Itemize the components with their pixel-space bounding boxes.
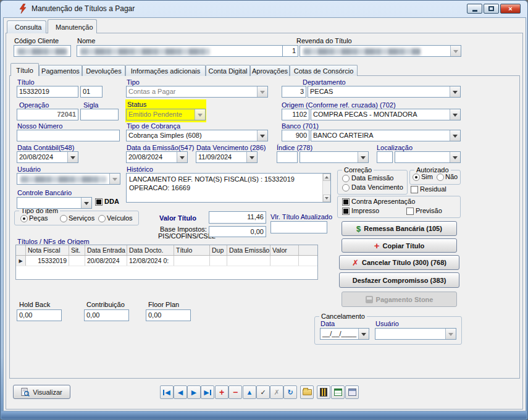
localizacao-combobox[interactable]	[395, 151, 461, 163]
sigla-label: Sigla	[83, 101, 98, 109]
origem-code-input[interactable]: 1102	[282, 109, 309, 120]
vlr-atualizado-input[interactable]	[270, 221, 327, 233]
report-button[interactable]	[317, 385, 330, 399]
check-icon: ✓	[260, 388, 266, 397]
chevron-down-icon[interactable]	[67, 152, 78, 162]
tipo-item-pecas-radio[interactable]	[20, 215, 28, 222]
edit-record-button[interactable]: ▲	[243, 385, 256, 399]
titulo-input[interactable]: 15332019	[17, 86, 78, 98]
nav-first-button[interactable]: ◀	[160, 385, 174, 399]
chevron-down-icon[interactable]	[81, 198, 91, 208]
nosso-numero-label: Nosso Número	[17, 122, 62, 130]
tab-pagamentos[interactable]: Pagamentos	[39, 65, 82, 76]
tipo-cobranca-combobox[interactable]: Cobrança Simples (608)	[126, 130, 268, 141]
desfazer-compromisso-button[interactable]: Desfazer Compromisso (383)	[339, 272, 459, 288]
tab-conta-digital[interactable]: Conta Digital	[206, 65, 250, 76]
contra-apresentacao-label: Contra Apresentação	[351, 198, 415, 205]
cancel-record-button[interactable]: ✗	[270, 385, 283, 399]
controle-bancario-combobox[interactable]	[17, 197, 92, 209]
tab-devolucoes[interactable]: Devoluções	[82, 65, 125, 76]
chevron-down-icon[interactable]	[450, 46, 461, 56]
tab-cotas-consorcio[interactable]: Cotas de Consórcio	[290, 65, 358, 76]
nav-next-button[interactable]: ▶	[187, 385, 201, 399]
grid-data-row[interactable]: ▶ 15332019 20/08/2024 12/08/2024 0:	[16, 256, 317, 266]
export-button[interactable]	[331, 385, 345, 399]
nav-last-button[interactable]: ▶	[201, 385, 214, 399]
correcao-data-vencimento-radio[interactable]	[342, 184, 350, 191]
tab-aprovacoes[interactable]: Aprovações	[250, 65, 290, 76]
chevron-down-icon[interactable]	[358, 329, 369, 339]
impresso-checkbox[interactable]	[342, 208, 350, 215]
nome-label: Nome	[77, 37, 95, 44]
contribuicao-input[interactable]: 0,00	[84, 309, 129, 321]
correcao-data-emissao-radio[interactable]	[342, 175, 350, 182]
insert-record-button[interactable]: +	[215, 385, 228, 399]
data-vencimento-picker[interactable]: 11/09/2024	[196, 151, 258, 163]
delete-record-button[interactable]: −	[228, 385, 242, 399]
chevron-down-icon[interactable]	[246, 152, 257, 162]
post-record-button[interactable]: ✓	[256, 385, 270, 399]
cancelar-titulo-button[interactable]: ✗ Cancelar Título (300) (768)	[339, 255, 459, 270]
chevron-down-icon[interactable]	[257, 130, 267, 141]
previsao-checkbox[interactable]	[406, 208, 414, 215]
indice-code-input[interactable]	[277, 151, 298, 163]
chevron-down-icon[interactable]	[257, 86, 267, 97]
chevron-down-icon[interactable]	[450, 86, 460, 97]
scroll-down-icon[interactable]	[323, 195, 330, 202]
tab-consulta[interactable]: Consulta	[7, 20, 46, 33]
banco-code-input[interactable]: 900	[282, 130, 309, 141]
base-impostos-input[interactable]: 0,00	[209, 226, 266, 237]
nome-input[interactable]	[77, 45, 283, 57]
revenda-code-input[interactable]: 1	[282, 45, 298, 57]
data-emissao-picker[interactable]: 20/08/2024	[126, 151, 188, 163]
chevron-down-icon[interactable]	[177, 152, 187, 162]
visualizar-button[interactable]: Visualizar	[13, 385, 70, 399]
chevron-down-icon[interactable]	[358, 152, 368, 162]
copiar-titulo-button[interactable]: + Copiar Título	[342, 238, 457, 253]
origem-combobox[interactable]: COMPRA PECAS - MONTADORA	[311, 109, 461, 120]
cancelamento-usuario-combobox	[375, 328, 456, 340]
autorizado-sim-radio[interactable]	[413, 174, 420, 181]
localizacao-code-input[interactable]	[377, 151, 393, 163]
dda-checkbox[interactable]	[95, 198, 103, 206]
tab-informacoes-adicionais[interactable]: Informações adicionais	[125, 65, 206, 76]
codigo-cliente-input[interactable]	[14, 45, 71, 57]
contra-apresentacao-checkbox[interactable]	[342, 198, 350, 206]
nosso-numero-input[interactable]	[17, 130, 120, 141]
grid-cell: 12/08/2024 0:	[127, 256, 174, 266]
nav-prev-button[interactable]: ◀	[174, 385, 187, 399]
residual-checkbox[interactable]	[411, 186, 418, 193]
chevron-down-icon[interactable]	[450, 152, 460, 162]
open-folder-button[interactable]	[300, 385, 314, 399]
indice-combobox[interactable]	[300, 151, 369, 163]
historico-line1: LANCAMENTO REF. NOTA(S) FISCAL(IS) : 153…	[129, 175, 320, 183]
remessa-bancaria-button[interactable]: $ Remessa Bancária (105)	[342, 221, 457, 236]
historico-scrollbar[interactable]	[322, 174, 330, 202]
tipo-item-servicos-radio[interactable]	[60, 215, 67, 222]
revenda-combobox[interactable]	[300, 45, 461, 57]
departamento-code-input[interactable]: 3	[282, 86, 306, 98]
hold-back-input[interactable]: 0,00	[17, 309, 62, 321]
historico-memo[interactable]: LANCAMENTO REF. NOTA(S) FISCAL(IS) : 153…	[126, 173, 331, 203]
grid-marker-header	[16, 245, 26, 255]
titulo-seq-input[interactable]: 01	[80, 86, 103, 98]
scroll-up-icon[interactable]	[323, 174, 330, 181]
chevron-down-icon[interactable]	[450, 109, 460, 120]
autorizado-nao-radio[interactable]	[437, 174, 444, 181]
window-tool-button[interactable]	[345, 385, 359, 399]
grid-header: Valor	[270, 245, 299, 255]
chevron-down-icon[interactable]	[450, 130, 460, 141]
correcao-data-emissao-label: Data Emissão	[351, 174, 393, 182]
refresh-button[interactable]: ↻	[283, 385, 297, 399]
cancelamento-data-picker[interactable]: __/__/____	[320, 328, 369, 340]
floor-plan-input[interactable]: 0,00	[146, 309, 191, 321]
banco-combobox[interactable]: BANCO CARTEIRA	[311, 130, 461, 141]
data-contabil-picker[interactable]: 20/08/2024	[17, 151, 78, 163]
tipo-item-veiculos-radio[interactable]	[98, 215, 106, 222]
tab-titulo[interactable]: Título	[10, 63, 39, 76]
valor-titulo-input[interactable]: 11,46	[209, 211, 266, 224]
tipo-combobox[interactable]: Contas a Pagar	[126, 86, 268, 98]
tab-manutencao[interactable]: Manutenção	[48, 19, 97, 33]
sigla-input[interactable]	[80, 109, 119, 120]
departamento-combobox[interactable]: PECAS	[308, 86, 461, 98]
